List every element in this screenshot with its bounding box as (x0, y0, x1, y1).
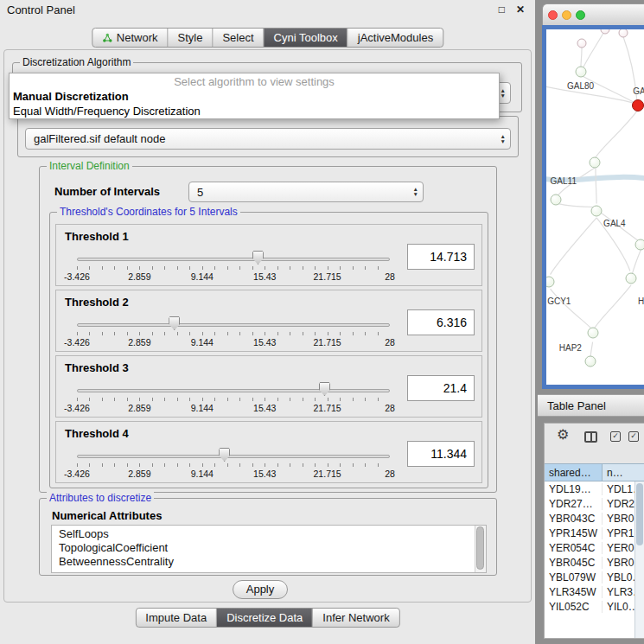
table-data-select-value: galFiltered.sif default node (34, 132, 165, 145)
network-node[interactable] (589, 157, 600, 169)
network-node-label: GCY1 (547, 296, 571, 306)
threshold-slider[interactable]: -3.4262.8599.14415.4321.71528 (77, 249, 390, 284)
tab-jactivemodules[interactable]: jActiveModules (348, 29, 443, 47)
checkbox-icon[interactable]: ✓ (628, 431, 639, 442)
close-traffic-light-icon[interactable] (548, 10, 558, 20)
slider-tick-label: -3.426 (64, 271, 90, 282)
network-node[interactable] (632, 99, 644, 112)
threshold-box: Threshold 1-3.4262.8599.14415.4321.71528… (55, 224, 482, 286)
threshold-value-field[interactable]: 11.344 (407, 441, 475, 467)
threshold-value-field[interactable]: 6.316 (407, 309, 475, 335)
slider-tick-label: -3.426 (64, 403, 90, 413)
tab-discretize-data[interactable]: Discretize Data (217, 609, 313, 627)
table-row[interactable]: YLR345WYLR3… (545, 584, 644, 599)
attribute-item[interactable]: SelfLoops (52, 527, 486, 541)
network-node[interactable] (635, 239, 644, 250)
slider-tick-label: 15.43 (253, 403, 276, 413)
attributes-list[interactable]: SelfLoopsTopologicalCoefficientBetweenne… (51, 525, 487, 573)
tab-network[interactable]: Network (92, 29, 169, 47)
slider-tick-label: 9.144 (191, 469, 214, 479)
slider-track (77, 258, 390, 261)
scrollbar-thumb[interactable] (636, 483, 643, 545)
attribute-item[interactable]: TopologicalCoefficient (52, 541, 486, 555)
table-row[interactable]: YIL052CYIL0… (545, 599, 644, 614)
checkbox-icon[interactable]: ✓ (610, 431, 621, 442)
network-node[interactable] (544, 276, 555, 287)
table-row[interactable]: YER054CYER0… (545, 540, 644, 555)
slider-handle[interactable] (219, 448, 230, 462)
network-node[interactable] (618, 29, 628, 38)
group-title: Discretization Algorithm (20, 56, 133, 68)
tab-cyni-toolbox[interactable]: Cyni Toolbox (265, 29, 348, 47)
network-node[interactable] (601, 25, 610, 35)
network-node[interactable] (591, 205, 603, 216)
slider-tick-label: 9.144 (191, 271, 214, 282)
number-of-intervals-select[interactable]: 5 ▲▼ (188, 182, 424, 202)
network-node[interactable] (587, 328, 598, 339)
table-row[interactable]: YBL079WYBL0… (545, 570, 644, 584)
slider-ticks (77, 332, 390, 335)
dropdown-option-manual-discretization[interactable]: Manual Discretization (10, 89, 499, 104)
attribute-item[interactable]: BetweennessCentrality (52, 555, 486, 569)
dropdown-prompt: Select algorithm to view settings (10, 73, 499, 89)
table-row[interactable]: YDR27…YDR2… (545, 496, 644, 511)
dropdown-option-equal-width-frequency[interactable]: Equal Width/Frequency Discretization (10, 104, 499, 118)
algorithm-dropdown-popup: Select algorithm to view settings Manual… (9, 73, 500, 119)
threshold-value-field[interactable]: 14.713 (407, 244, 475, 270)
tab-style[interactable]: Style (169, 29, 214, 47)
number-of-intervals-label: Number of Intervals (54, 185, 160, 198)
network-node[interactable] (551, 194, 562, 206)
interval-definition-group: Interval Definition Number of Intervals … (39, 166, 497, 493)
table-scrollbar[interactable] (634, 481, 644, 638)
minimize-traffic-light-icon[interactable] (562, 10, 571, 20)
combo-arrows-icon: ▲▼ (501, 134, 506, 144)
slider-tick-label: 15.43 (253, 271, 276, 282)
tab-infer-network[interactable]: Infer Network (313, 609, 399, 627)
table-cell: YDL19… (545, 483, 603, 495)
tab-select[interactable]: Select (213, 29, 264, 47)
network-canvas[interactable]: GAL80GA…GAL11GAL4GCY1H…HAP2 (542, 25, 644, 389)
table-cell: YLR345W (545, 586, 603, 598)
threshold-slider[interactable]: -3.4262.8599.14415.4321.71528 (77, 315, 390, 349)
apply-button[interactable]: Apply (233, 580, 288, 599)
slider-tick-label: 9.144 (191, 403, 214, 413)
window-controls: □ ✕ (499, 3, 525, 16)
table-row[interactable]: YDL19…YDL1… (545, 481, 644, 496)
slider-handle[interactable] (169, 316, 180, 330)
gear-icon[interactable]: ⚙ (557, 426, 569, 443)
main-tab-bar: Network Style Select Cyni Toolbox jActiv… (92, 28, 443, 48)
tab-label: Style (178, 31, 203, 44)
tab-impute-data[interactable]: Impute Data (136, 609, 217, 627)
float-window-icon[interactable]: □ (499, 3, 505, 16)
network-node[interactable] (577, 39, 587, 48)
columns-icon[interactable] (584, 431, 597, 443)
threshold-slider[interactable]: -3.4262.8599.14415.4321.71528 (77, 380, 390, 415)
threshold-slider[interactable]: -3.4262.8599.14415.4321.71528 (77, 446, 390, 481)
zoom-traffic-light-icon[interactable] (576, 10, 585, 20)
threshold-value-field[interactable]: 21.4 (407, 375, 475, 401)
close-icon[interactable]: ✕ (516, 3, 525, 16)
table-row[interactable]: YBR043CYBR0… (545, 511, 644, 526)
thresholds-container: Threshold 1-3.4262.8599.14415.4321.71528… (50, 224, 488, 483)
scrollbar-thumb[interactable] (476, 526, 484, 570)
network-node[interactable] (626, 272, 637, 284)
slider-ticks (77, 463, 390, 467)
threshold-label: Threshold 4 (65, 427, 129, 440)
table-data-select[interactable]: galFiltered.sif default node ▲▼ (25, 128, 511, 150)
table-panel-titlebar: Table Panel (538, 394, 644, 417)
slider-handle[interactable] (319, 382, 330, 396)
network-node[interactable] (585, 356, 596, 367)
column-header-name[interactable]: n… (603, 463, 644, 481)
table-rows: YDL19…YDL1…YDR27…YDR2…YBR043CYBR0…YPR145… (545, 481, 644, 638)
tab-label: Cyni Toolbox (274, 31, 338, 44)
slider-tick-label: 28 (385, 337, 395, 348)
network-node[interactable] (575, 67, 586, 78)
table-data-group: Table Data galFiltered.sif default node … (17, 116, 519, 157)
column-header-shared-name[interactable]: shared… (545, 463, 603, 481)
slider-handle[interactable] (252, 251, 264, 265)
table-row[interactable]: YPR145WYPR1… (545, 526, 644, 540)
attributes-scrollbar[interactable] (475, 526, 486, 572)
threshold-label: Threshold 2 (65, 296, 129, 309)
table-row[interactable]: YBR045CYBR0… (545, 555, 644, 570)
slider-tick-label: 2.859 (128, 403, 150, 413)
